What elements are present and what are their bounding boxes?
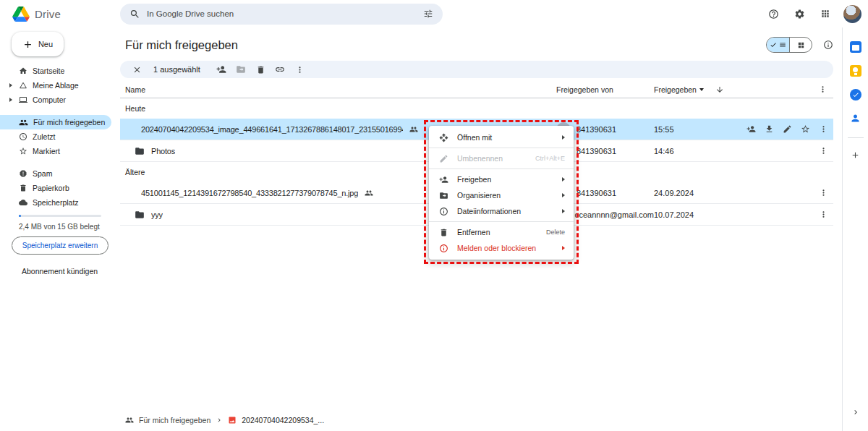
drive-logo-home[interactable]: Drive	[0, 7, 116, 22]
sidebar-item-meine-ablage[interactable]: Meine Ablage	[0, 78, 111, 93]
rename-icon	[439, 154, 448, 163]
menu-item-share[interactable]: Freigeben	[429, 171, 574, 187]
computer-icon	[19, 95, 27, 104]
menu-item-organize[interactable]: Organisieren	[429, 187, 574, 203]
help-button[interactable]	[765, 6, 781, 22]
dropdown-caret-icon	[699, 88, 704, 91]
contacts-icon[interactable]	[850, 113, 861, 124]
search-bar[interactable]	[120, 4, 443, 25]
shared-date: 14:46	[654, 147, 731, 155]
clear-selection-button[interactable]	[127, 62, 147, 77]
menu-item-label: Freigeben	[457, 175, 491, 184]
topbar-actions	[765, 5, 868, 23]
row-more-button[interactable]	[816, 185, 831, 200]
row-more-button[interactable]	[816, 207, 831, 222]
chevron-right-icon	[216, 417, 223, 424]
menu-divider	[429, 148, 574, 148]
folder-icon	[135, 146, 145, 156]
sidebar-spacer	[0, 158, 116, 166]
tasks-icon[interactable]	[850, 89, 861, 101]
apps-grid-button[interactable]	[817, 6, 833, 22]
sort-direction-icon[interactable]	[715, 85, 724, 94]
rail-divider	[848, 137, 864, 138]
expand-caret-icon[interactable]	[9, 98, 12, 102]
spam-icon	[19, 169, 27, 178]
menu-item-label: Öffnen mit	[457, 133, 492, 142]
menu-item-open-with[interactable]: Öffnen mit	[429, 129, 574, 145]
add-addon-button[interactable]	[851, 150, 860, 160]
grid-view-button[interactable]	[789, 38, 812, 52]
storage-progress-fill	[19, 215, 21, 217]
breadcrumb-current[interactable]: 20240704042209534_...	[242, 416, 324, 424]
share-button[interactable]	[744, 121, 759, 137]
calendar-icon[interactable]	[850, 41, 861, 53]
info-button[interactable]	[823, 40, 833, 50]
menu-item-remove[interactable]: Entfernen Delete	[429, 224, 574, 240]
submenu-arrow-icon	[562, 209, 565, 213]
column-header-name[interactable]: Name	[120, 85, 556, 94]
cancel-subscription-link[interactable]: Abonnement kündigen	[22, 267, 116, 276]
search-input[interactable]	[147, 9, 417, 18]
column-header-shared-by[interactable]: Freigegeben von	[556, 85, 654, 94]
file-name: yyy	[151, 210, 163, 219]
header-more-button[interactable]	[818, 85, 827, 94]
account-avatar[interactable]	[843, 5, 861, 23]
plus-icon	[22, 39, 33, 50]
star-button[interactable]	[798, 121, 813, 137]
folder-move-icon	[439, 191, 448, 200]
delete-button[interactable]	[251, 62, 271, 77]
shared-people-icon	[365, 189, 373, 197]
download-button[interactable]	[762, 121, 777, 137]
search-options-icon[interactable]	[423, 9, 433, 19]
file-name: Photos	[151, 147, 175, 155]
star-icon	[19, 147, 27, 155]
sidebar-item-spam[interactable]: Spam	[0, 166, 111, 181]
breadcrumb-root[interactable]: Für mich freigegeben	[139, 416, 210, 424]
upgrade-storage-button[interactable]: Speicherplatz erweitern	[12, 236, 109, 255]
new-button[interactable]: Neu	[12, 32, 64, 56]
image-file-icon	[228, 416, 237, 424]
drive-logo-icon	[12, 7, 30, 22]
settings-button[interactable]	[791, 6, 807, 22]
sidebar-item-speicherplatz[interactable]: Speicherplatz	[0, 195, 111, 210]
menu-item-label: Dateiinformationen	[457, 207, 521, 216]
my-drive-icon	[19, 81, 27, 90]
owner-name: 841390631	[576, 147, 616, 155]
row-more-button[interactable]	[816, 143, 831, 158]
get-link-button[interactable]	[271, 62, 290, 77]
more-actions-button[interactable]	[290, 62, 310, 77]
shared-date: 10.07.2024	[654, 210, 731, 219]
main-header: Für mich freigegeben	[116, 27, 842, 53]
list-view-button[interactable]	[767, 38, 789, 52]
share-button[interactable]	[212, 62, 231, 77]
row-more-button[interactable]	[816, 121, 831, 137]
keep-icon[interactable]	[850, 65, 861, 77]
column-header-shared-date[interactable]: Freigegeben	[654, 85, 731, 94]
menu-item-file-information[interactable]: Dateiinformationen	[429, 203, 574, 219]
collapse-panel-button[interactable]	[851, 408, 860, 417]
cloud-icon	[19, 198, 27, 207]
expand-caret-icon[interactable]	[9, 83, 12, 88]
sidebar-item-papierkorb[interactable]: Papierkorb	[0, 181, 111, 195]
menu-item-rename: Umbenennen Ctrl+Alt+E	[429, 150, 574, 166]
sidebar: Neu Startseite Meine Ablage Computer Für…	[0, 27, 116, 431]
sidebar-item-fuer-mich-freigegeben[interactable]: Für mich freigegeben	[0, 115, 111, 129]
move-button	[231, 62, 251, 77]
owner-name: oceannnn@gmail.com	[574, 210, 654, 219]
sidebar-item-markiert[interactable]: Markiert	[0, 144, 111, 158]
submenu-arrow-icon	[562, 177, 565, 182]
owner-name: 841390631	[576, 189, 616, 197]
storage-progress-bar	[19, 215, 101, 217]
info-icon	[439, 207, 448, 216]
view-toggle	[766, 37, 812, 53]
brand-name: Drive	[35, 8, 61, 20]
topbar: Drive	[0, 0, 868, 27]
sidebar-item-zuletzt[interactable]: Zuletzt	[0, 129, 111, 144]
menu-item-label: Organisieren	[457, 191, 501, 200]
rename-button[interactable]	[780, 121, 795, 137]
sidebar-item-computer[interactable]: Computer	[0, 93, 111, 107]
new-button-label: Neu	[38, 40, 53, 48]
sidebar-item-startseite[interactable]: Startseite	[0, 64, 111, 78]
menu-item-report-or-block[interactable]: Melden oder blockieren	[429, 240, 574, 256]
search-icon	[129, 9, 140, 20]
